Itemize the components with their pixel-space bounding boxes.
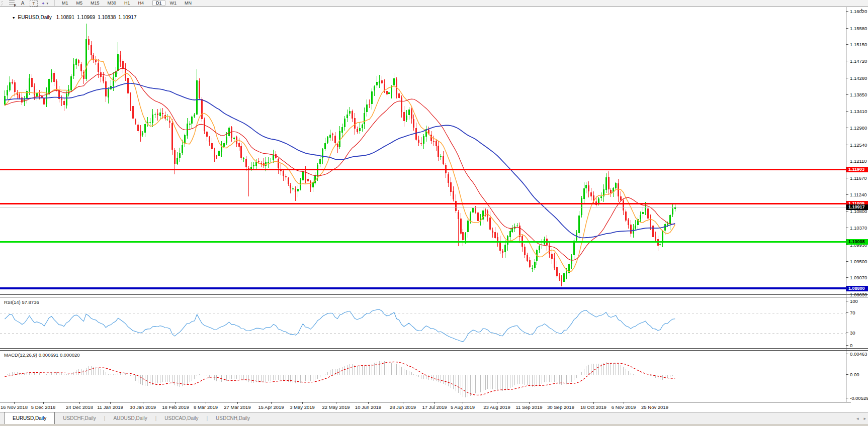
macd-layer xyxy=(5,361,675,397)
timeframe-button-m5[interactable]: M5 xyxy=(73,0,86,6)
date-tick xyxy=(497,402,497,404)
price-axis[interactable]: 1.160201.155801.151501.147201.142801.138… xyxy=(846,7,868,402)
mt4-chart-window: FAT✦▾ M1M5M15M30H1H4D1W1MN ▼EURUSD,Daily… xyxy=(0,0,868,426)
date-tick xyxy=(237,402,238,404)
low-value: 1.10838 xyxy=(98,15,116,20)
macd-signal-value: 0.000020 xyxy=(60,352,80,358)
rsi-tick: 30 xyxy=(846,330,855,336)
timeframe-button-mn[interactable]: MN xyxy=(181,0,195,6)
panel-separator[interactable] xyxy=(0,294,868,295)
price-tick: 1.15150 xyxy=(846,42,867,47)
price-line-tag: 1.11903 xyxy=(846,167,868,172)
date-tick xyxy=(368,402,369,404)
rsi-tick: 70 xyxy=(846,310,855,315)
timeframe-button-w1[interactable]: W1 xyxy=(166,0,181,6)
price-tick: 1.13410 xyxy=(846,109,867,114)
date-label: 18 Oct 2019 xyxy=(580,404,606,410)
price-tick: 1.12540 xyxy=(846,142,867,148)
timeframe-button-m30[interactable]: M30 xyxy=(104,0,120,6)
date-tick xyxy=(561,402,561,404)
high-value: 1.10969 xyxy=(77,15,95,20)
date-label: 10 Jun 2019 xyxy=(355,404,381,410)
timeframe-button-m15[interactable]: M15 xyxy=(87,0,103,6)
chart-tab-eurusd[interactable]: EURUSD,Daily xyxy=(4,412,55,424)
price-tick: 1.09500 xyxy=(846,259,867,264)
price-line-tag: 1.10008 xyxy=(846,239,868,245)
tab-scroll-right-icon[interactable]: ▸ xyxy=(863,416,866,421)
date-tick xyxy=(302,402,303,404)
price-tick: 1.14720 xyxy=(846,58,867,64)
price-line-tag: 1.10917 xyxy=(846,204,868,210)
date-tick xyxy=(271,402,272,404)
panel-separator[interactable] xyxy=(0,297,868,297)
date-label: 17 Jul 2019 xyxy=(422,404,447,410)
macd-histogram xyxy=(5,361,675,397)
timeframe-button-h4[interactable]: H4 xyxy=(135,0,148,6)
price-tick: 1.11240 xyxy=(846,192,867,197)
text-tool[interactable]: A xyxy=(19,1,27,7)
macd-indicator-label: MACD(12,26,9) 0.000691 0.000020 xyxy=(4,352,80,358)
date-tick xyxy=(176,402,176,404)
chart-plot-svg[interactable] xyxy=(0,7,846,402)
rsi-tick: 0 xyxy=(846,343,852,348)
timeframe-button-h1[interactable]: H1 xyxy=(121,0,134,6)
ohlc-readout: 1.108911.109691.108381.10917 xyxy=(56,15,139,20)
rsi-tick: 100 xyxy=(846,298,858,304)
chart-tab-bar: EURUSD,DailyUSDCHF,Daily|AUDUSD,Daily|US… xyxy=(0,412,868,424)
date-tick xyxy=(43,402,44,404)
rsi-value: 57.8736 xyxy=(22,299,39,305)
arrows-tool[interactable]: ✦▾ xyxy=(41,1,49,7)
chart-tab-audusd[interactable]: AUDUSD,Daily xyxy=(105,412,155,424)
price-tick: 1.12110 xyxy=(846,158,867,164)
chevron-down-icon[interactable]: ▼ xyxy=(12,16,16,20)
timeframe-button-d1[interactable]: D1 xyxy=(152,0,165,6)
date-label: 5 Aug 2019 xyxy=(451,404,475,410)
timeframe-button-m1[interactable]: M1 xyxy=(58,0,72,6)
panel-separator[interactable] xyxy=(0,348,868,349)
rsi-indicator-label: RSI(14) 57.8736 xyxy=(4,299,39,305)
price-tick: 1.14280 xyxy=(846,75,867,81)
chart-tab-usdchf[interactable]: USDCHF,Daily xyxy=(55,412,104,424)
date-label: 30 Sep 2019 xyxy=(547,404,574,410)
panel-separator[interactable] xyxy=(0,350,868,351)
macd-main-value: 0.000691 xyxy=(39,352,59,358)
price-tick: 1.10370 xyxy=(846,225,867,231)
price-tick: 1.13850 xyxy=(846,92,867,97)
date-label: 30 Jan 2019 xyxy=(130,404,156,410)
date-tick xyxy=(624,402,624,404)
date-tick xyxy=(110,402,111,404)
date-label: 8 Mar 2019 xyxy=(194,404,218,410)
macd-tick: 0.00463 xyxy=(846,351,867,357)
macd-signal-line xyxy=(5,362,675,395)
tab-scroll-controls: ◂ ▸ xyxy=(856,412,866,424)
status-bar xyxy=(0,424,868,426)
date-axis[interactable]: 16 Nov 20185 Dec 201824 Dec 201811 Jan 2… xyxy=(0,402,868,412)
ma-mid-line xyxy=(5,68,675,260)
date-tick xyxy=(593,402,594,404)
chart-canvas[interactable]: ▼EURUSD,Daily1.108911.109691.108381.1091… xyxy=(0,7,868,402)
toolbar-separator xyxy=(54,1,55,6)
toolbar-drag-handle-icon[interactable] xyxy=(1,1,4,6)
label-tool[interactable]: T xyxy=(30,1,38,7)
chart-tab-usdcad[interactable]: USDCAD,Daily xyxy=(156,412,206,424)
fibonacci-tool[interactable]: F xyxy=(8,0,16,6)
date-tick xyxy=(529,402,530,404)
ma-slow-line xyxy=(5,83,675,238)
chart-title: ▼EURUSD,Daily1.108911.109691.108381.1091… xyxy=(4,9,139,26)
toolbar: FAT✦▾ M1M5M15M30H1H4D1W1MN xyxy=(0,0,868,7)
date-tick xyxy=(14,402,15,404)
date-label: 11 Jan 2019 xyxy=(97,404,123,410)
macd-tick: -0.00529 xyxy=(846,395,868,401)
open-value: 1.10891 xyxy=(56,15,74,20)
price-line-tag: 1.08800 xyxy=(846,286,868,291)
date-label: 22 May 2019 xyxy=(322,404,350,410)
date-label: 15 Apr 2019 xyxy=(258,404,284,410)
price-tick: 1.15580 xyxy=(846,26,867,31)
price-tick: 1.09070 xyxy=(846,275,867,280)
date-tick xyxy=(143,402,143,404)
date-tick xyxy=(336,402,336,404)
chart-symbol-period: EURUSD,Daily xyxy=(18,15,52,20)
tab-scroll-left-icon[interactable]: ◂ xyxy=(856,416,859,421)
chart-tab-usdcnh[interactable]: USDCNH,Daily xyxy=(208,412,258,424)
candles-layer xyxy=(4,24,676,286)
